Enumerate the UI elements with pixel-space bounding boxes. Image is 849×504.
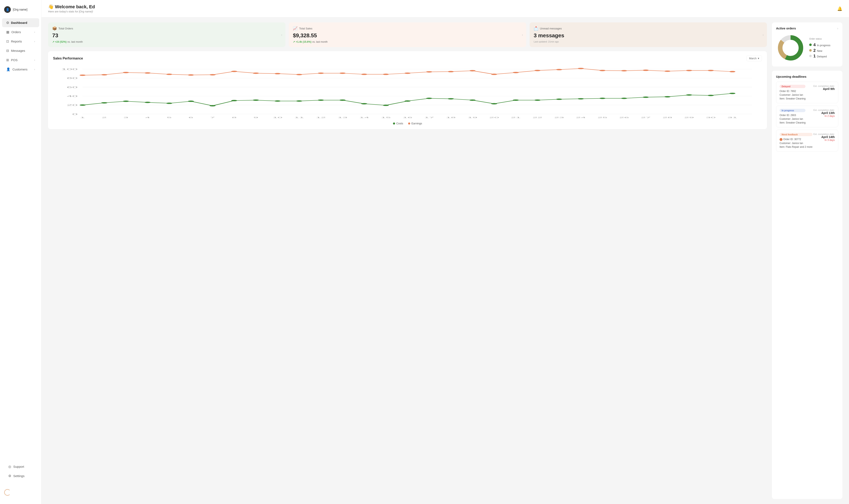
- deadlines-title: Upcoming deadlines: [776, 75, 838, 78]
- donut-chart: [776, 33, 805, 62]
- deadline-badge-1: Delayed: [780, 85, 806, 88]
- svg-text:25: 25: [598, 116, 608, 119]
- sidebar-item-settings[interactable]: ⚙ Settings: [4, 471, 37, 480]
- stat-cards: 📦 Total Orders 73 ↗ +24 (52%) vs. last m…: [48, 22, 767, 47]
- svg-point-16: [166, 74, 172, 75]
- deadline-date-1: April 9th: [813, 87, 835, 91]
- sidebar: 👤 [Org name] ⊙ Dashboard ▦ Orders › ⊡ Re…: [0, 0, 41, 504]
- svg-text:7: 7: [210, 116, 215, 119]
- svg-point-70: [665, 96, 670, 97]
- earnings-dot: [408, 123, 410, 125]
- sidebar-item-dashboard[interactable]: ⊙ Dashboard: [2, 18, 39, 27]
- sidebar-item-reports[interactable]: ⊡ Reports ›: [2, 37, 39, 46]
- month-selector[interactable]: March ▾: [746, 55, 762, 61]
- legend-earnings-label: Earnings: [412, 122, 422, 125]
- svg-text:27: 27: [641, 116, 651, 119]
- arrow-right-icon: ›: [522, 33, 523, 36]
- svg-text:18: 18: [446, 116, 456, 119]
- svg-point-69: [643, 96, 649, 98]
- costs-dot: [393, 123, 395, 125]
- svg-text:40: 40: [67, 95, 78, 97]
- svg-point-47: [166, 103, 172, 104]
- svg-point-38: [643, 70, 649, 71]
- svg-point-108: [784, 41, 797, 54]
- svg-point-22: [296, 74, 302, 75]
- svg-point-63: [513, 100, 519, 101]
- deadline-order-id-3: Order ID: 30772: [780, 138, 813, 141]
- sidebar-item-orders[interactable]: ▦ Orders ›: [2, 28, 39, 36]
- svg-text:10: 10: [273, 116, 283, 119]
- svg-text:16: 16: [402, 116, 413, 119]
- svg-text:0: 0: [72, 113, 77, 115]
- sales-stat-icon: 📈: [293, 26, 297, 31]
- reports-icon: ⊡: [6, 39, 9, 43]
- svg-text:26: 26: [619, 116, 629, 119]
- delayed-count: 1: [813, 54, 816, 58]
- svg-point-26: [383, 74, 389, 75]
- svg-text:3: 3: [124, 116, 128, 119]
- messages-stat-label: Unread messages: [540, 27, 562, 30]
- sales-change-suffix: vs. last month: [312, 40, 327, 43]
- delayed-label: Delayed: [817, 55, 827, 58]
- sidebar-item-pos[interactable]: ⊞ POS ›: [2, 56, 39, 65]
- sidebar-item-customers[interactable]: 👤 Customers ›: [2, 65, 39, 74]
- sidebar-item-messages[interactable]: ⊟ Messages: [2, 46, 39, 55]
- stat-card-messages[interactable]: 📩 Unread messages 3 messages Last update…: [529, 22, 767, 47]
- stat-card-total-sales[interactable]: 📈 Total Sales $9,328.55 ↗ +1.4k (15.6%) …: [289, 22, 526, 47]
- settings-icon: ⚙: [8, 474, 11, 478]
- legend-earnings: Earnings: [408, 122, 422, 125]
- svg-point-54: [318, 100, 324, 101]
- sidebar-item-label: Support: [13, 465, 24, 468]
- stat-card-total-orders[interactable]: 📦 Total Orders 73 ↗ +24 (52%) vs. last m…: [48, 22, 285, 47]
- order-legend-in-progress: 4 In progress: [809, 42, 830, 47]
- sales-performance-chart: 100 80 60 40 20 0: [53, 65, 762, 119]
- sales-stat-change: ↗ +1.4k (15.6%) vs. last month: [293, 40, 522, 43]
- support-icon: ◎: [8, 465, 11, 469]
- deadline-item-name-1: Item: Sneaker Cleaning: [780, 97, 806, 100]
- svg-point-53: [296, 100, 302, 102]
- svg-point-62: [491, 103, 497, 105]
- orders-change-suffix: vs. last month: [67, 40, 83, 43]
- svg-point-27: [404, 73, 411, 74]
- donut-section: Order status 4 In progress 2: [776, 33, 838, 62]
- brand-avatar: 👤: [4, 6, 11, 13]
- svg-point-37: [621, 70, 627, 72]
- month-label: March: [749, 57, 757, 60]
- pos-icon: ⊞: [6, 58, 9, 62]
- svg-point-73: [729, 93, 736, 94]
- svg-text:100: 100: [61, 68, 78, 70]
- svg-point-13: [101, 74, 107, 76]
- sidebar-item-support[interactable]: ◎ Support: [4, 462, 37, 471]
- svg-text:14: 14: [359, 116, 369, 119]
- in-progress-dot: [809, 43, 812, 46]
- orders-stat-value: 73: [52, 32, 281, 39]
- brand-name: [Org name]: [13, 8, 28, 11]
- notification-bell-icon[interactable]: 🔔: [837, 6, 842, 11]
- svg-point-72: [708, 95, 714, 96]
- chart-legend: Costs Earnings: [53, 122, 762, 125]
- sidebar-item-label: Settings: [13, 474, 24, 478]
- feedback-icon: [780, 138, 782, 141]
- messages-stat-icon: 📩: [534, 26, 538, 31]
- deadline-est-label-2: Est. completion date:: [813, 109, 835, 111]
- svg-text:22: 22: [532, 116, 542, 119]
- svg-point-43: [79, 105, 86, 106]
- chevron-down-icon: ▾: [758, 57, 759, 60]
- orders-stat-icon: 📦: [52, 26, 57, 31]
- svg-point-71: [686, 94, 692, 96]
- svg-point-41: [708, 70, 714, 71]
- svg-point-24: [340, 73, 345, 74]
- svg-point-45: [123, 101, 129, 102]
- active-orders-title: Active orders: [776, 26, 796, 30]
- svg-text:1: 1: [80, 116, 85, 119]
- svg-point-28: [426, 71, 432, 73]
- deadline-days-2: In 2 days: [813, 114, 835, 118]
- svg-point-44: [101, 102, 107, 104]
- orders-stat-change: ↗ +24 (52%) vs. last month: [52, 40, 281, 43]
- order-status-label: Order status: [809, 37, 830, 40]
- svg-point-61: [469, 100, 475, 101]
- deadline-est-label-1: Est. completion date:: [813, 85, 835, 87]
- sidebar-item-label: POS: [11, 58, 18, 62]
- svg-text:60: 60: [67, 86, 78, 89]
- deadline-est-label-3: Est. completion date:: [813, 133, 835, 135]
